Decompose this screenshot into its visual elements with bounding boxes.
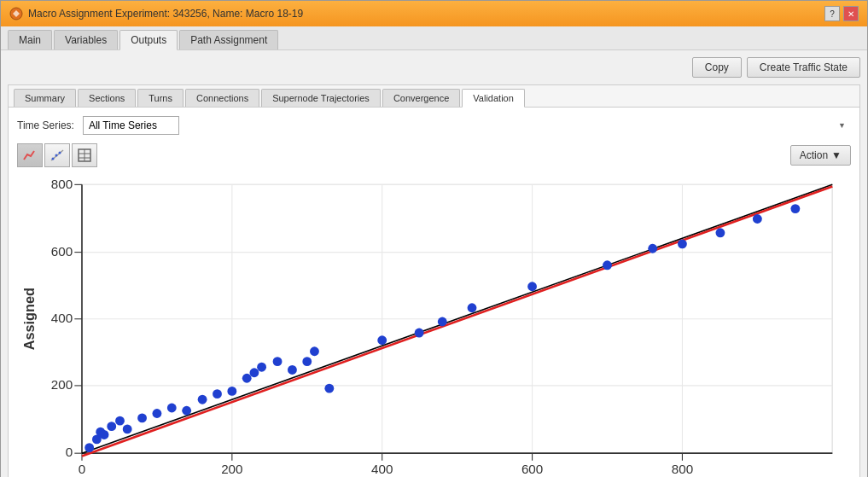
sub-tab-summary[interactable]: Summary — [14, 89, 76, 107]
svg-point-3 — [55, 154, 58, 157]
svg-point-78 — [753, 214, 762, 224]
svg-point-73 — [527, 282, 537, 291]
svg-point-56 — [167, 404, 177, 413]
chart-svg-wrapper: 0 200 400 600 800 — [17, 174, 851, 477]
inner-content: Time Series: All Time Series — [9, 108, 859, 477]
svg-point-57 — [182, 406, 191, 416]
chart-tool-buttons — [17, 143, 97, 167]
svg-text:200: 200 — [221, 462, 242, 476]
chart-area: 0 200 400 600 800 — [17, 174, 851, 477]
svg-text:200: 200 — [51, 377, 73, 392]
content-area: Copy Create Traffic State Summary Sectio… — [1, 50, 867, 477]
sub-tab-sections[interactable]: Sections — [78, 89, 136, 107]
table-icon — [77, 148, 92, 163]
svg-point-50 — [100, 430, 109, 439]
svg-point-4 — [59, 152, 61, 154]
svg-text:800: 800 — [51, 177, 73, 191]
sub-tab-turns[interactable]: Turns — [137, 89, 184, 107]
table-button[interactable] — [72, 143, 97, 167]
svg-point-66 — [302, 357, 312, 366]
svg-point-72 — [468, 303, 477, 312]
svg-point-53 — [123, 425, 132, 434]
svg-point-65 — [288, 365, 297, 375]
close-button[interactable]: ✕ — [843, 6, 859, 21]
tab-path-assignment[interactable]: Path Assignment — [179, 30, 278, 49]
svg-text:400: 400 — [51, 311, 73, 325]
copy-button[interactable]: Copy — [692, 57, 742, 78]
svg-point-2 — [52, 158, 55, 160]
svg-point-60 — [227, 387, 236, 396]
tab-main[interactable]: Main — [8, 30, 52, 49]
main-window: Macro Assignment Experiment: 343256, Nam… — [0, 0, 868, 477]
svg-point-68 — [324, 384, 334, 393]
svg-text:Assigned: Assigned — [21, 288, 37, 350]
sub-tab-supernode[interactable]: Supernode Trajectories — [261, 89, 381, 107]
sub-tab-validation[interactable]: Validation — [462, 89, 525, 108]
main-tab-bar: Main Variables Outputs Path Assignment — [1, 26, 867, 50]
line-chart-button[interactable] — [17, 143, 43, 167]
action-button[interactable]: Action ▼ — [790, 145, 851, 166]
window-title: Macro Assignment Experiment: 343256, Nam… — [28, 8, 303, 20]
tab-variables[interactable]: Variables — [54, 30, 118, 49]
create-traffic-button[interactable]: Create Traffic State — [747, 57, 860, 78]
sub-tab-convergence[interactable]: Convergence — [382, 89, 460, 107]
svg-point-76 — [678, 239, 687, 248]
svg-point-47 — [84, 443, 94, 452]
app-icon — [9, 7, 23, 20]
svg-point-59 — [213, 389, 222, 398]
svg-point-62 — [249, 368, 259, 377]
svg-point-64 — [273, 357, 283, 366]
svg-point-54 — [137, 413, 147, 422]
sub-tab-connections[interactable]: Connections — [185, 89, 259, 107]
action-label: Action — [800, 149, 828, 161]
time-series-select[interactable]: All Time Series — [83, 116, 179, 135]
validation-chart: 0 200 400 600 800 — [17, 174, 851, 477]
chart-toolbar: Action ▼ — [17, 143, 851, 167]
svg-point-63 — [257, 363, 266, 372]
title-bar: Macro Assignment Experiment: 343256, Nam… — [1, 1, 867, 26]
scatter-button[interactable] — [44, 143, 70, 167]
scatter-icon — [50, 148, 65, 163]
svg-text:400: 400 — [371, 462, 393, 476]
svg-point-61 — [242, 374, 252, 383]
svg-text:0: 0 — [79, 462, 85, 476]
svg-point-67 — [310, 346, 319, 356]
action-arrow: ▼ — [831, 149, 842, 161]
help-button[interactable]: ? — [824, 6, 840, 21]
svg-point-79 — [790, 204, 800, 213]
top-buttons: Copy Create Traffic State — [8, 57, 860, 78]
svg-point-52 — [115, 416, 125, 426]
svg-text:600: 600 — [521, 462, 543, 476]
svg-point-74 — [603, 260, 612, 270]
svg-point-71 — [438, 317, 447, 327]
svg-text:800: 800 — [672, 462, 693, 476]
svg-point-77 — [716, 228, 725, 237]
time-series-select-wrapper: All Time Series — [83, 116, 851, 135]
svg-point-51 — [107, 422, 116, 431]
time-series-label: Time Series: — [17, 119, 74, 131]
svg-point-70 — [415, 329, 424, 338]
inner-panel: Summary Sections Turns Connections Super… — [8, 84, 860, 477]
sub-tab-bar: Summary Sections Turns Connections Super… — [9, 85, 859, 108]
svg-text:0: 0 — [66, 445, 73, 460]
time-series-row: Time Series: All Time Series — [17, 116, 851, 135]
line-chart-icon — [22, 148, 38, 163]
svg-point-75 — [648, 244, 657, 253]
svg-point-58 — [198, 395, 207, 404]
svg-point-55 — [152, 409, 161, 418]
tab-outputs[interactable]: Outputs — [119, 30, 178, 50]
svg-text:600: 600 — [51, 244, 73, 259]
svg-point-69 — [377, 335, 387, 345]
